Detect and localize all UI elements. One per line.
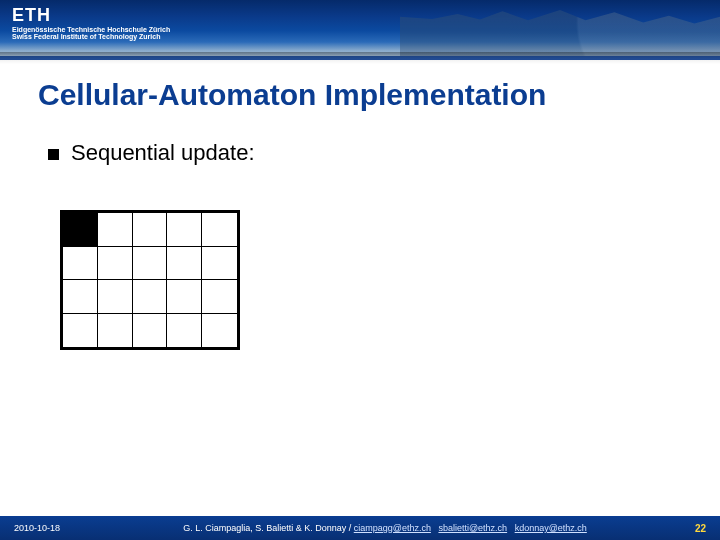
grid-cell: [98, 280, 133, 314]
bullet-item: Sequential update:: [48, 140, 255, 166]
institution-line-2: Swiss Federal Institute of Technology Zu…: [12, 33, 170, 40]
grid-cell: [202, 247, 237, 281]
grid-cell: [133, 314, 168, 348]
grid-cell: [63, 247, 98, 281]
eth-logo: ETH: [12, 6, 170, 24]
footer-date: 2010-10-18: [14, 523, 104, 533]
grid-cell: [167, 314, 202, 348]
grid-cell: [133, 280, 168, 314]
grid-cell: [202, 213, 237, 247]
logo-block: ETH Eidgenössische Technische Hochschule…: [12, 6, 170, 40]
automaton-grid: [60, 210, 240, 350]
footer-credits-prefix: G. L. Ciampaglia, S. Balietti & K. Donna…: [183, 523, 354, 533]
institution-line-1: Eidgenössische Technische Hochschule Zür…: [12, 26, 170, 33]
grid-cell: [63, 280, 98, 314]
header-banner: ETH Eidgenössische Technische Hochschule…: [0, 0, 720, 56]
bullet-text: Sequential update:: [71, 140, 255, 166]
header-accent-bar: [0, 56, 720, 60]
slide: ETH Eidgenössische Technische Hochschule…: [0, 0, 720, 540]
grid-cell: [167, 280, 202, 314]
grid-cell: [167, 213, 202, 247]
grid-cell: [63, 314, 98, 348]
bullet-square-icon: [48, 149, 59, 160]
grid-cell: [202, 314, 237, 348]
grid-cells: [63, 213, 237, 347]
grid-cell: [167, 247, 202, 281]
page-title: Cellular-Automaton Implementation: [38, 78, 546, 112]
grid-cell: [98, 247, 133, 281]
eth-logo-text: ETH: [12, 6, 51, 24]
footer-page-number: 22: [666, 523, 706, 534]
footer-email-3[interactable]: kdonnay@ethz.ch: [515, 523, 587, 533]
grid-cell: [98, 314, 133, 348]
grid-cell: [133, 213, 168, 247]
grid-cell: [133, 247, 168, 281]
footer-credits: G. L. Ciampaglia, S. Balietti & K. Donna…: [104, 523, 666, 533]
grid-cell: [98, 213, 133, 247]
footer-bar: 2010-10-18 G. L. Ciampaglia, S. Balietti…: [0, 516, 720, 540]
grid-cell-filled: [63, 213, 98, 247]
footer-email-1[interactable]: ciampagg@ethz.ch: [354, 523, 431, 533]
grid-cell: [202, 280, 237, 314]
footer-email-2[interactable]: sbalietti@ethz.ch: [438, 523, 507, 533]
header-silhouette: [400, 0, 720, 56]
